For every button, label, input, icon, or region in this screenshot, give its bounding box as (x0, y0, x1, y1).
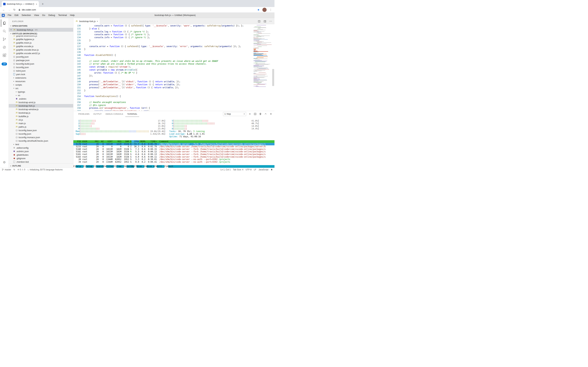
new-terminal-icon[interactable]: + (248, 112, 251, 115)
code-line-136[interactable]: 136 (73, 42, 274, 45)
tree-item-main-js[interactable]: JSmain.js (9, 122, 73, 125)
maximize-panel-icon[interactable] (264, 112, 267, 115)
tree-item--mention-bot[interactable]: .mention-bot (9, 160, 73, 164)
code-line-147[interactable]: 147 }); (73, 75, 274, 77)
tab-size[interactable]: Tab Size: 4 (233, 168, 243, 171)
code-line-157[interactable]: 157 // @ts-ignore (73, 104, 274, 107)
tree-item-tsconfig-json[interactable]: {}tsconfig.json (9, 132, 73, 135)
git-branch-item[interactable]: master (2, 168, 11, 171)
code-line-139[interactable]: 139 (73, 51, 274, 54)
code-line-158[interactable]: 158 process.on('uncaughtException', func… (73, 107, 274, 110)
code-line-134[interactable]: 134 console.info = function () { /* igno… (73, 36, 274, 39)
code-line-135[interactable]: 135 } (73, 39, 274, 42)
open-editor-item[interactable]: × JS bootstrap-fork.js src (9, 28, 73, 32)
panel-tab-terminal[interactable]: TERMINAL (125, 111, 139, 117)
tree-item-gulpfile-mixin-js[interactable]: JSgulpfile.mixin.js (9, 41, 73, 44)
menu-file[interactable]: File (6, 13, 13, 18)
menu-help[interactable]: Help (68, 13, 76, 18)
problems-item[interactable]: ⊘ 0 ⚠ 0 (17, 168, 25, 171)
language-mode[interactable]: JavaScript (258, 168, 268, 171)
debug-icon[interactable] (1, 44, 8, 51)
cursor-position[interactable]: Ln 1, Col 1 (221, 168, 231, 171)
code-line-138[interactable]: 138} (73, 48, 274, 51)
tree-item-test[interactable]: ▸test (9, 142, 73, 146)
tree-item-scripts[interactable]: ▸scripts (9, 83, 73, 86)
code-editor[interactable]: 130 console.warn = function () { safeSen… (73, 24, 274, 111)
split-terminal-icon[interactable] (254, 112, 257, 115)
url-text[interactable]: ide.coder.com (22, 8, 36, 11)
tree-item-gulpfile-vscode-linux-js[interactable]: JSgulpfile.vscode.linux.js (9, 48, 73, 51)
tree-item-tsconfig-monaco-json[interactable]: {}tsconfig.monaco.json (9, 135, 73, 139)
menu-edit[interactable]: Edit (13, 13, 20, 18)
panel-tab-debug-console[interactable]: DEBUG CONSOLE (104, 111, 125, 117)
editor-scrollbar[interactable] (272, 69, 274, 86)
kill-terminal-trash-icon[interactable] (259, 112, 262, 115)
more-actions-icon[interactable]: ⋯ (269, 20, 272, 23)
terminal[interactable]: 1[|||||||||||| 17.8%] 5[||||||||||||||||… (73, 117, 274, 168)
profile-avatar[interactable] (262, 8, 267, 12)
code-line-153[interactable]: 153 (73, 92, 274, 95)
tree-item-cli-js[interactable]: JScli.js (9, 118, 73, 122)
terminal-select[interactable]: 1: htop ▲▼ (223, 112, 246, 116)
tree-item-tsconfig-base-json[interactable]: {}tsconfig.base.json (9, 128, 73, 132)
code-line-144[interactable]: 144 const stream = require('stream'); (73, 66, 274, 68)
tree-item-jsconfig-json[interactable]: {}jsconfig.json (9, 55, 73, 58)
code-line-151[interactable]: 151 process['__defineGetter__']('stdin',… (73, 86, 274, 89)
settings-gear-icon[interactable]: ⚙ (1, 159, 8, 166)
bookmark-star-icon[interactable]: ★ (257, 8, 260, 11)
back-icon[interactable]: ← (2, 8, 5, 11)
code-line-143[interactable]: 143 // error when we are inside a forked… (73, 63, 274, 66)
browser-menu-icon[interactable]: ⋮ (269, 8, 272, 11)
tree-item-bootstrap-js[interactable]: JSbootstrap.js (9, 111, 73, 115)
tree-item-bootstrap-amd-js[interactable]: JSbootstrap-amd.js (9, 100, 73, 104)
encoding[interactable]: UTF-8 (246, 168, 252, 171)
code-line-148[interactable]: 148 (73, 77, 274, 80)
code-line-131[interactable]: 131 } else { (73, 27, 274, 30)
tree-item-typings[interactable]: ▸typings (9, 90, 73, 93)
code-line-130[interactable]: 130 console.warn = function () { safeSen… (73, 24, 274, 27)
tree-item-resources[interactable]: ▸resources (9, 80, 73, 83)
tree-item-paths-js[interactable]: JSpaths.js (9, 125, 73, 128)
menu-debug[interactable]: Debug (47, 13, 57, 18)
close-panel-icon[interactable] (269, 112, 272, 115)
editor-tab[interactable]: JS bootstrap-fork.js × (73, 18, 100, 24)
tree-item-tsconfig-json[interactable]: {}tsconfig.json (9, 66, 73, 69)
tree-item-gulpfile-vscode-win32-js[interactable]: JSgulpfile.vscode.win32.js (9, 51, 73, 55)
workspace-header[interactable]: ▾ UNTITLED (WORKSPACE) (9, 32, 73, 35)
code-line-156[interactable]: 156 // Handle uncaught exceptions (73, 101, 274, 104)
tree-item-tslint-json[interactable]: {}tslint.json (9, 69, 73, 73)
code-line-137[interactable]: 137 console.error = function () { safeSe… (73, 45, 274, 48)
panel-tab-output[interactable]: OUTPUT (91, 111, 103, 117)
code-line-146[interactable]: 146 write: function () { /* No OP */ } (73, 71, 274, 75)
source-control-icon[interactable] (1, 35, 8, 43)
tree-item--gitattributes[interactable]: .gitattributes (9, 153, 73, 157)
tree-item-vs[interactable]: ▸vs (9, 93, 73, 97)
outline-header[interactable]: ▸ OUTLINE (9, 164, 73, 168)
editor-tab-close-icon[interactable]: × (97, 20, 98, 23)
sync-icon[interactable]: ↻ (14, 168, 15, 171)
minimap[interactable] (252, 25, 272, 87)
code-line-149[interactable]: 149 process['__defineGetter__']('stdout'… (73, 80, 274, 83)
tree-item-bootstrap-fork-js[interactable]: JSbootstrap-fork.js (9, 104, 73, 108)
code-line-145[interactable]: 145 const writable = new stream.Writable… (73, 68, 274, 71)
code-line-132[interactable]: 132 console.log = function () { /* ignor… (73, 30, 274, 33)
new-tab-button[interactable]: + (40, 1, 45, 7)
toggle-layout-icon[interactable] (264, 20, 266, 23)
close-editor-icon[interactable]: × (10, 29, 12, 31)
off-badge[interactable]: Off (1, 63, 7, 66)
code-line-152[interactable]: 152} (73, 89, 274, 92)
code-line-142[interactable]: 142 // const stdout, stderr and stdin be… (73, 60, 274, 63)
code-line-159[interactable]: 159 console.error('Uncaught Exception: '… (73, 110, 274, 111)
tree-item-yarn-lock[interactable]: yarn.lock (9, 73, 73, 76)
tree-item-gulpfile-extensions-js[interactable]: JSgulpfile.extensions.js (9, 35, 73, 37)
tab-close-icon[interactable]: × (35, 3, 37, 5)
menu-go[interactable]: Go (41, 13, 47, 18)
code-line-140[interactable]: 140function disableSTDIO() { (73, 54, 274, 57)
tree-item--gitignore[interactable]: .gitignore (9, 157, 73, 160)
eol[interactable]: LF (254, 168, 256, 171)
tree-item-extensions[interactable]: ▸extensions (9, 76, 73, 80)
menu-selection[interactable]: Selection (20, 13, 32, 18)
open-editors-header[interactable]: ▾ OPEN EDITORS (9, 24, 73, 28)
tree-item--eslintrc-json[interactable]: .eslintrc.json (9, 150, 73, 153)
forward-icon[interactable]: → (8, 8, 10, 11)
